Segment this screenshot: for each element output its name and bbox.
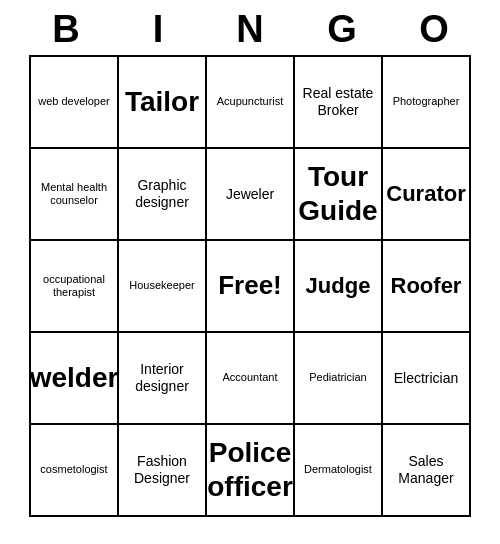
cell-text-2: Acupuncturist xyxy=(217,95,284,108)
bingo-cell-6: Graphic designer xyxy=(119,149,207,241)
cell-text-13: Judge xyxy=(306,273,371,299)
bingo-cell-14: Roofer xyxy=(383,241,471,333)
cell-text-10: occupational therapist xyxy=(35,273,113,299)
bingo-cell-21: Fashion Designer xyxy=(119,425,207,517)
bingo-letter-o: O xyxy=(390,8,478,51)
cell-text-21: Fashion Designer xyxy=(123,453,201,487)
bingo-cell-15: welder xyxy=(31,333,119,425)
bingo-cell-11: Housekeeper xyxy=(119,241,207,333)
bingo-cell-8: Tour Guide xyxy=(295,149,383,241)
cell-text-14: Roofer xyxy=(391,273,462,299)
cell-text-1: Tailor xyxy=(125,85,199,119)
bingo-letter-b: B xyxy=(22,8,110,51)
bingo-letter-i: I xyxy=(114,8,202,51)
bingo-cell-0: web developer xyxy=(31,57,119,149)
cell-text-12: Free! xyxy=(218,270,282,301)
bingo-cell-5: Mental health counselor xyxy=(31,149,119,241)
cell-text-11: Housekeeper xyxy=(129,279,194,292)
cell-text-17: Accountant xyxy=(222,371,277,384)
cell-text-22: Police officer xyxy=(207,436,293,503)
bingo-cell-13: Judge xyxy=(295,241,383,333)
bingo-cell-20: cosmetologist xyxy=(31,425,119,517)
bingo-cell-10: occupational therapist xyxy=(31,241,119,333)
cell-text-20: cosmetologist xyxy=(40,463,107,476)
cell-text-0: web developer xyxy=(38,95,110,108)
bingo-cell-3: Real estate Broker xyxy=(295,57,383,149)
bingo-cell-18: Pediatrician xyxy=(295,333,383,425)
cell-text-4: Photographer xyxy=(393,95,460,108)
cell-text-9: Curator xyxy=(386,181,465,207)
bingo-cell-24: Sales Manager xyxy=(383,425,471,517)
bingo-cell-1: Tailor xyxy=(119,57,207,149)
bingo-cell-12: Free! xyxy=(207,241,295,333)
cell-text-6: Graphic designer xyxy=(123,177,201,211)
cell-text-24: Sales Manager xyxy=(387,453,465,487)
bingo-letter-n: N xyxy=(206,8,294,51)
cell-text-18: Pediatrician xyxy=(309,371,366,384)
bingo-cell-16: Interior designer xyxy=(119,333,207,425)
bingo-cell-17: Accountant xyxy=(207,333,295,425)
cell-text-19: Electrician xyxy=(394,370,459,387)
bingo-cell-2: Acupuncturist xyxy=(207,57,295,149)
cell-text-3: Real estate Broker xyxy=(299,85,377,119)
cell-text-15: welder xyxy=(30,361,119,395)
cell-text-5: Mental health counselor xyxy=(35,181,113,207)
bingo-header: BINGO xyxy=(20,0,480,55)
bingo-cell-4: Photographer xyxy=(383,57,471,149)
bingo-cell-22: Police officer xyxy=(207,425,295,517)
cell-text-8: Tour Guide xyxy=(298,160,377,227)
cell-text-7: Jeweler xyxy=(226,186,274,203)
bingo-letter-g: G xyxy=(298,8,386,51)
bingo-cell-9: Curator xyxy=(383,149,471,241)
bingo-cell-7: Jeweler xyxy=(207,149,295,241)
cell-text-23: Dermatologist xyxy=(304,463,372,476)
bingo-cell-23: Dermatologist xyxy=(295,425,383,517)
bingo-cell-19: Electrician xyxy=(383,333,471,425)
bingo-grid: web developerTailorAcupuncturistReal est… xyxy=(29,55,471,517)
cell-text-16: Interior designer xyxy=(123,361,201,395)
